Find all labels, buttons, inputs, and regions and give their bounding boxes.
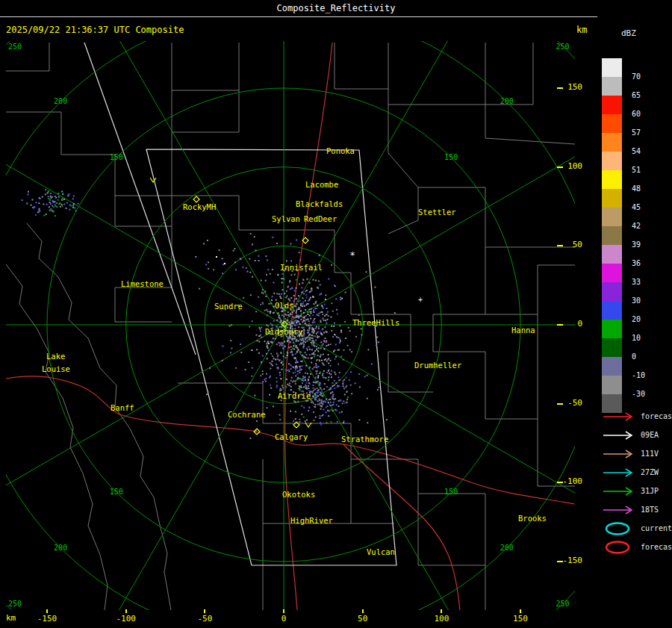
radar-echo [307, 279, 308, 280]
city-label: Stettler [418, 208, 456, 217]
radar-echo [289, 336, 290, 338]
radar-echo [328, 370, 329, 371]
radar-echo [329, 389, 330, 391]
radar-echo [318, 328, 320, 329]
legend-arrow-icon [602, 484, 636, 499]
radar-echo [343, 420, 345, 422]
radar-echo [281, 311, 283, 312]
radar-echo [266, 343, 267, 344]
radar-echo [266, 373, 267, 375]
radar-echo [284, 341, 285, 343]
radar-echo [260, 304, 261, 305]
radar-echo [332, 391, 333, 393]
legend-arrow-icon [602, 409, 636, 424]
radar-echo [308, 385, 309, 387]
radar-echo [54, 201, 55, 202]
radar-echo [279, 374, 281, 376]
radar-echo [287, 370, 288, 371]
radar-echo [305, 379, 306, 381]
radar-echo [332, 382, 334, 384]
radar-echo [262, 289, 264, 290]
radar-echo [311, 358, 312, 359]
radar-echo [324, 326, 326, 328]
radar-echo [326, 407, 327, 408]
station-diamond-marker [293, 422, 299, 428]
radar-echo [267, 358, 268, 359]
radar-echo [367, 422, 368, 423]
radar-echo [287, 337, 289, 338]
radar-echo [305, 294, 307, 296]
radar-echo [330, 360, 332, 361]
radar-echo [287, 295, 288, 296]
radar-echo [340, 299, 341, 300]
radar-echo [293, 295, 295, 296]
radar-echo [337, 421, 338, 423]
radar-echo [319, 359, 320, 361]
radar-echo [276, 293, 278, 294]
radar-echo [235, 367, 237, 369]
radar-echo [326, 314, 327, 315]
radar-echo [43, 215, 45, 217]
radar-echo [55, 197, 57, 199]
radar-echo [261, 292, 263, 293]
radar-echo [264, 379, 265, 381]
radar-echo [300, 361, 302, 362]
radar-echo [313, 296, 314, 298]
radar-echo [321, 395, 323, 397]
radar-echo [282, 348, 284, 349]
radar-echo [302, 305, 303, 307]
radar-echo [261, 337, 263, 338]
radar-echo [295, 418, 296, 420]
radar-echo [306, 420, 308, 421]
radar-echo [28, 191, 29, 193]
radar-echo [303, 327, 305, 329]
radar-echo [337, 314, 338, 315]
radar-echo [289, 282, 290, 283]
radar-echo [294, 358, 296, 359]
radar-echo [252, 276, 253, 278]
radar-echo [290, 389, 291, 391]
radar-echo [258, 296, 259, 298]
radar-echo [302, 347, 304, 349]
radar-echo [293, 342, 294, 343]
color-scale-value: 30 [632, 296, 641, 305]
radar-echo [323, 373, 324, 374]
radar-echo [314, 389, 316, 391]
radar-echo [328, 415, 329, 417]
radar-echo [315, 417, 317, 418]
radar-echo [298, 317, 299, 319]
radar-map[interactable]: 150150150150200200200200250250250250+*Po… [6, 41, 575, 610]
radar-echo [293, 349, 295, 350]
radar-echo [55, 205, 56, 206]
radar-echo [348, 327, 349, 329]
color-scale-title: dBZ [621, 28, 636, 38]
radar-echo [326, 308, 328, 309]
radar-echo [280, 342, 281, 343]
radar-echo [318, 326, 320, 327]
radar-echo [296, 345, 297, 346]
radar-echo [310, 325, 311, 326]
radar-echo [48, 196, 49, 197]
radar-echo [308, 388, 309, 389]
radar-echo [271, 299, 273, 301]
radar-echo [306, 324, 308, 326]
radar-echo [314, 330, 315, 332]
radar-echo [273, 312, 275, 314]
radar-echo [347, 345, 349, 346]
radar-echo [286, 290, 287, 292]
radar-echo [276, 381, 278, 382]
radar-echo [248, 361, 249, 363]
color-scale-value: 60 [632, 110, 641, 118]
radar-echo [52, 196, 53, 198]
radar-echo [279, 296, 281, 297]
radar-echo [317, 355, 319, 356]
radar-echo [302, 282, 303, 284]
radar-map-canvas[interactable]: 150150150150200200200200250250250250+*Po… [6, 41, 575, 610]
radar-echo [308, 358, 309, 359]
city-label: Cochrane [228, 410, 266, 419]
radar-echo [299, 387, 301, 388]
radar-echo [335, 335, 336, 336]
radar-echo [323, 401, 324, 402]
radar-echo [296, 317, 297, 318]
radar-echo [282, 289, 284, 290]
